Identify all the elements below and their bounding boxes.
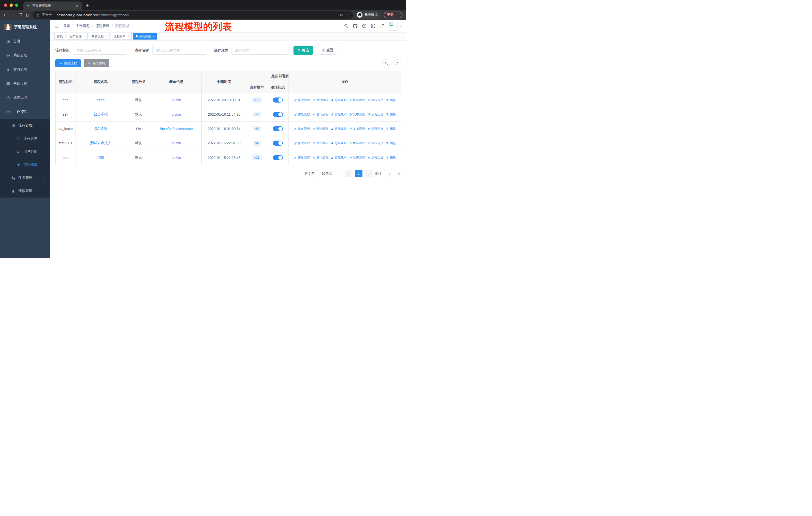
sidebar-item-bpm-model[interactable]: 流程模型: [0, 158, 50, 171]
form-link[interactable]: biubiu: [172, 141, 181, 145]
version-tag[interactable]: v17: [252, 98, 262, 103]
browser-tab[interactable]: 芋道管理系统 ✕: [23, 1, 82, 10]
breadcrumb-item[interactable]: 首页: [63, 24, 70, 28]
sidebar-item-user-group[interactable]: 用户分组: [0, 145, 50, 158]
menu-dots-icon[interactable]: ⋮: [396, 13, 399, 17]
search-button[interactable]: 搜索: [293, 46, 313, 55]
status-toggle[interactable]: [273, 112, 283, 117]
model-name-link[interactable]: eeee: [97, 98, 105, 102]
page-size-select[interactable]: 10条/页: [317, 170, 342, 177]
show-search-button[interactable]: [382, 59, 390, 67]
action-design[interactable]: 设计流程: [312, 127, 328, 131]
sidebar-item-bpm-form[interactable]: 流程表单: [0, 132, 50, 145]
table-refresh-button[interactable]: [393, 59, 401, 67]
tag-item[interactable]: 流程表单×: [111, 33, 132, 39]
goto-page-input[interactable]: [384, 170, 395, 177]
avatar[interactable]: [388, 22, 398, 30]
filter-name-input[interactable]: [152, 46, 206, 55]
version-tag[interactable]: v5: [253, 126, 261, 131]
model-name-link[interactable]: 自己审批: [94, 112, 108, 117]
maximize-window-button[interactable]: [15, 3, 18, 7]
close-window-button[interactable]: [4, 3, 7, 7]
tab-close-icon[interactable]: ✕: [76, 4, 79, 8]
action-assign[interactable]: 分配规则: [331, 127, 347, 131]
action-definition[interactable]: 流程定义: [368, 98, 383, 102]
action-assign[interactable]: 分配规则: [331, 141, 347, 145]
action-publish[interactable]: 发布流程: [349, 98, 365, 102]
action-delete[interactable]: 删除: [386, 127, 396, 131]
action-definition[interactable]: 流程定义: [368, 141, 383, 145]
model-name-link[interactable]: 测试多审批人: [90, 141, 112, 145]
version-tag[interactable]: v2: [253, 112, 261, 117]
action-definition[interactable]: 流程定义: [368, 112, 383, 117]
form-link[interactable]: biubiu: [172, 156, 181, 160]
action-edit[interactable]: 修改流程: [294, 141, 310, 145]
sidebar-item-task-manage[interactable]: 任务管理: [0, 171, 50, 184]
action-design[interactable]: 设计流程: [312, 98, 328, 102]
action-design[interactable]: 设计流程: [312, 141, 328, 145]
tag-item[interactable]: 我的流程×: [89, 33, 110, 39]
model-name-link[interactable]: OA 请假: [94, 127, 107, 131]
new-tab-button[interactable]: +: [86, 3, 89, 8]
action-edit[interactable]: 修改流程: [294, 156, 310, 160]
forward-icon[interactable]: [11, 13, 15, 17]
prev-page-button[interactable]: [345, 170, 352, 177]
close-icon[interactable]: ×: [83, 35, 85, 38]
star-icon[interactable]: ☆: [346, 12, 349, 18]
breadcrumb-item[interactable]: 工作流程: [76, 24, 90, 28]
form-link[interactable]: biubiu: [172, 98, 181, 102]
sidebar-collapse-button[interactable]: [54, 24, 59, 28]
sidebar-item-devtool[interactable]: 研发工具: [0, 91, 50, 105]
user-avatar-menu[interactable]: [388, 22, 402, 30]
key-icon[interactable]: [340, 13, 344, 17]
tag-item[interactable]: 首页: [54, 33, 65, 39]
status-toggle[interactable]: [273, 126, 283, 131]
action-publish[interactable]: 发布流程: [349, 141, 365, 145]
action-edit[interactable]: 修改流程: [294, 98, 310, 102]
home-icon[interactable]: [25, 13, 29, 17]
status-toggle[interactable]: [273, 98, 283, 103]
address-bar[interactable]: 不安全 dashboard.yudao.iocoder.cn/bpm/manag…: [32, 11, 353, 19]
action-definition[interactable]: 流程定义: [368, 156, 383, 160]
form-link[interactable]: biubiu: [172, 112, 181, 116]
action-publish[interactable]: 发布流程: [349, 112, 365, 117]
reload-icon[interactable]: [18, 13, 22, 17]
breadcrumb-item[interactable]: 流程管理: [95, 24, 110, 28]
tag-item[interactable]: 流程模型×: [133, 33, 157, 39]
version-tag[interactable]: v21: [252, 155, 262, 160]
help-icon[interactable]: [362, 24, 367, 28]
filter-key-input[interactable]: [73, 46, 127, 55]
minimize-window-button[interactable]: [9, 3, 13, 7]
sidebar-item-infra[interactable]: 基础设施: [0, 77, 50, 91]
action-assign[interactable]: 分配规则: [331, 112, 347, 117]
back-icon[interactable]: [3, 13, 8, 17]
action-edit[interactable]: 修改流程: [294, 127, 310, 131]
close-icon[interactable]: ×: [127, 35, 129, 38]
filter-category-select[interactable]: 流程分类: [232, 46, 288, 55]
action-publish[interactable]: 发布流程: [349, 156, 365, 160]
action-delete[interactable]: 删除: [386, 98, 396, 102]
tag-item[interactable]: 租户管理×: [67, 33, 88, 39]
action-assign[interactable]: 分配规则: [331, 156, 347, 160]
search-icon[interactable]: [344, 24, 348, 28]
sidebar-item-workflow[interactable]: 工作流程: [0, 105, 50, 119]
sidebar-item-bpm-manage[interactable]: 流程管理: [0, 119, 50, 132]
action-publish[interactable]: 发布流程: [349, 127, 365, 131]
status-toggle[interactable]: [273, 141, 283, 146]
browser-update-button[interactable]: 更新 ⋮: [384, 11, 403, 19]
reset-button[interactable]: 重置: [318, 46, 337, 55]
version-tag[interactable]: v4: [253, 141, 261, 146]
close-icon[interactable]: ×: [105, 35, 107, 38]
action-definition[interactable]: 流程定义: [368, 127, 383, 131]
form-link[interactable]: /bpm/oa/leave/create: [160, 127, 193, 131]
github-icon[interactable]: [353, 24, 357, 28]
action-design[interactable]: 设计流程: [312, 112, 328, 117]
sidebar-item-home[interactable]: 首页: [0, 34, 50, 48]
fullscreen-icon[interactable]: [371, 24, 376, 28]
next-page-button[interactable]: [365, 170, 373, 177]
close-icon[interactable]: ×: [153, 35, 155, 38]
create-model-button[interactable]: 新建流程: [55, 59, 81, 67]
import-model-button[interactable]: 导入流程: [84, 59, 109, 67]
model-name-link[interactable]: 滔博: [97, 156, 105, 160]
font-size-icon[interactable]: TT: [380, 24, 384, 28]
